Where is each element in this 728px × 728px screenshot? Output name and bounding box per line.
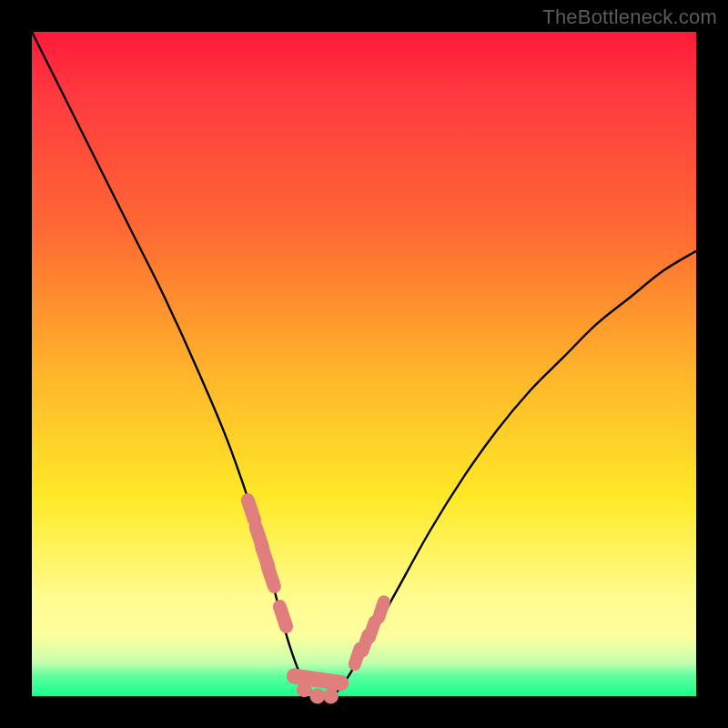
curve-marker	[323, 689, 339, 704]
curve-marker	[287, 669, 302, 684]
curve-marker-segment	[248, 500, 254, 521]
chart-frame: TheBottleneck.com	[0, 0, 728, 728]
curve-marker-segment	[268, 567, 274, 587]
curve-marker	[333, 675, 349, 691]
curve-markers	[248, 500, 384, 704]
bottleneck-curve-svg	[32, 32, 696, 696]
curve-marker-segment	[279, 607, 286, 627]
curve-marker-segment	[379, 602, 384, 618]
curve-marker	[297, 682, 312, 697]
watermark-text: TheBottleneck.com	[542, 5, 717, 29]
curve-marker	[309, 689, 325, 704]
curve-marker-segment	[369, 622, 375, 638]
plot-area	[32, 32, 696, 696]
bottleneck-curve	[32, 32, 696, 698]
